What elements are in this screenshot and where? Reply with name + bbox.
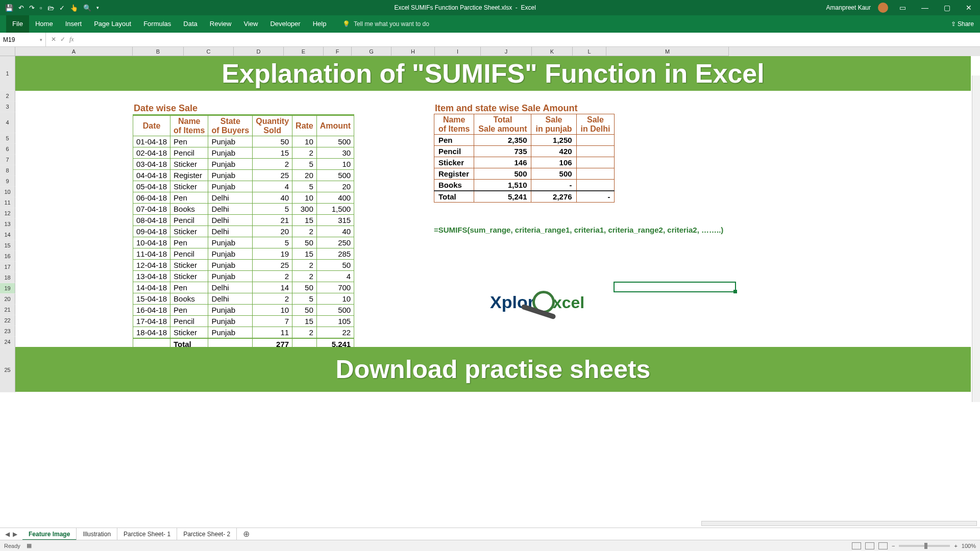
cell[interactable]: 285 <box>316 248 354 260</box>
cell[interactable]: Pencil <box>170 147 208 159</box>
cell[interactable]: 20 <box>253 226 292 237</box>
col-header-M[interactable]: M <box>606 47 729 56</box>
cell[interactable]: 15 <box>292 316 317 327</box>
cell[interactable]: 19 <box>253 248 292 260</box>
row-header-23[interactable]: 23 <box>0 326 15 337</box>
cell[interactable]: 1,510 <box>474 180 531 191</box>
row-header-20[interactable]: 20 <box>0 294 15 305</box>
cell[interactable]: 10 <box>292 136 317 147</box>
cell[interactable]: Punjab <box>208 305 253 316</box>
zoom-slider[interactable] <box>899 545 950 547</box>
cell[interactable]: Punjab <box>208 136 253 147</box>
tab-home[interactable]: Home <box>29 15 59 33</box>
formula-input[interactable] <box>79 36 980 43</box>
col-header-C[interactable]: C <box>184 47 234 56</box>
table-row[interactable]: 10-04-18PenPunjab550250 <box>133 237 354 248</box>
redo-icon[interactable]: ↷ <box>29 4 35 12</box>
row-header-2[interactable]: 2 <box>0 91 15 102</box>
cell[interactable]: 700 <box>316 282 354 293</box>
cell[interactable]: 40 <box>316 226 354 237</box>
active-cell[interactable] <box>614 282 736 292</box>
cell[interactable]: 22 <box>316 327 354 339</box>
horizontal-scrollbar[interactable] <box>701 521 977 526</box>
cell[interactable]: 2 <box>292 327 317 339</box>
cell[interactable]: 2 <box>253 293 292 305</box>
zoom-level[interactable]: 100% <box>962 543 976 549</box>
cell[interactable]: 50 <box>292 282 317 293</box>
row-header-21[interactable]: 21 <box>0 305 15 315</box>
cell[interactable]: 5 <box>253 204 292 215</box>
avatar[interactable] <box>878 3 888 13</box>
fill-handle[interactable] <box>733 290 737 293</box>
table-row[interactable]: 06-04-18PenDelhi4010400 <box>133 192 354 204</box>
cell[interactable]: 11-04-18 <box>133 248 170 260</box>
cell[interactable]: Punjab <box>208 181 253 192</box>
cell[interactable]: 146 <box>474 157 531 168</box>
ribbon-options-icon[interactable]: ▭ <box>895 4 910 12</box>
cell[interactable]: 12-04-18 <box>133 260 170 271</box>
table-row[interactable]: 12-04-18StickerPunjab25250 <box>133 260 354 271</box>
cell[interactable]: 500 <box>531 168 576 180</box>
tab-page-layout[interactable]: Page Layout <box>88 15 137 33</box>
tab-prev-icon[interactable]: ◀ <box>5 531 10 538</box>
cell[interactable]: 03-04-18 <box>133 159 170 170</box>
cell[interactable]: 250 <box>316 237 354 248</box>
row-header-17[interactable]: 17 <box>0 262 15 272</box>
row-header-25[interactable]: 25 <box>0 347 15 392</box>
cell[interactable]: Punjab <box>208 159 253 170</box>
cell[interactable]: 09-04-18 <box>133 226 170 237</box>
cell[interactable]: Pen <box>170 136 208 147</box>
sheet-tab-feature-image[interactable]: Feature Image <box>22 528 77 540</box>
cell[interactable]: Sticker <box>170 271 208 282</box>
table-row[interactable]: 16-04-18PenPunjab1050500 <box>133 305 354 316</box>
cell[interactable]: 5 <box>292 181 317 192</box>
cell[interactable]: 500 <box>316 305 354 316</box>
cell[interactable]: Books <box>170 204 208 215</box>
cell[interactable]: 4 <box>253 181 292 192</box>
cell[interactable]: 04-04-18 <box>133 170 170 181</box>
new-icon[interactable]: ▫ <box>40 4 42 12</box>
cell[interactable]: 2 <box>292 147 317 159</box>
cell[interactable]: 2 <box>292 260 317 271</box>
cell[interactable]: Punjab <box>208 147 253 159</box>
cell[interactable] <box>576 146 615 157</box>
cell[interactable]: Punjab <box>208 271 253 282</box>
cell[interactable]: Delhi <box>208 204 253 215</box>
worksheet[interactable]: Explanation of "SUMIFS" Function in Exce… <box>15 56 980 401</box>
touch-icon[interactable]: 👆 <box>70 4 78 12</box>
cell[interactable]: 20 <box>292 170 317 181</box>
table-row[interactable]: 02-04-18PencilPunjab15230 <box>133 147 354 159</box>
cell[interactable]: 16-04-18 <box>133 305 170 316</box>
cell[interactable]: Delhi <box>208 215 253 226</box>
undo-icon[interactable]: ↶ <box>18 4 24 12</box>
cell[interactable]: 106 <box>531 157 576 168</box>
row-header-9[interactable]: 9 <box>0 176 15 187</box>
col-header-J[interactable]: J <box>481 47 532 56</box>
table-row[interactable]: 11-04-18PencilPunjab1915285 <box>133 248 354 260</box>
cell[interactable]: 15 <box>292 248 317 260</box>
cancel-fx-icon[interactable]: ✕ <box>51 36 56 43</box>
open-icon[interactable]: 🗁 <box>47 4 54 12</box>
cell[interactable]: 07-04-18 <box>133 204 170 215</box>
cell[interactable]: 500 <box>316 136 354 147</box>
cell[interactable]: 400 <box>316 192 354 204</box>
cell[interactable]: 5 <box>253 237 292 248</box>
macro-record-icon[interactable]: ▦ <box>27 542 32 549</box>
cell[interactable]: Pencil <box>170 248 208 260</box>
cell[interactable]: Pen <box>170 305 208 316</box>
table-row[interactable]: 14-04-18PenDelhi1450700 <box>133 282 354 293</box>
cell[interactable]: Books <box>434 180 474 191</box>
cell[interactable]: 30 <box>316 147 354 159</box>
cell[interactable]: 25 <box>253 260 292 271</box>
page-layout-view-icon[interactable] <box>865 542 874 549</box>
cell[interactable]: Delhi <box>208 226 253 237</box>
row-header-8[interactable]: 8 <box>0 165 15 176</box>
col-header-K[interactable]: K <box>532 47 573 56</box>
cell[interactable]: 10 <box>292 192 317 204</box>
cell[interactable]: 735 <box>474 146 531 157</box>
cell[interactable]: 50 <box>253 136 292 147</box>
cell[interactable]: 1,250 <box>531 135 576 146</box>
cell[interactable]: Punjab <box>208 316 253 327</box>
enter-fx-icon[interactable]: ✓ <box>60 36 65 43</box>
cell[interactable]: 02-04-18 <box>133 147 170 159</box>
